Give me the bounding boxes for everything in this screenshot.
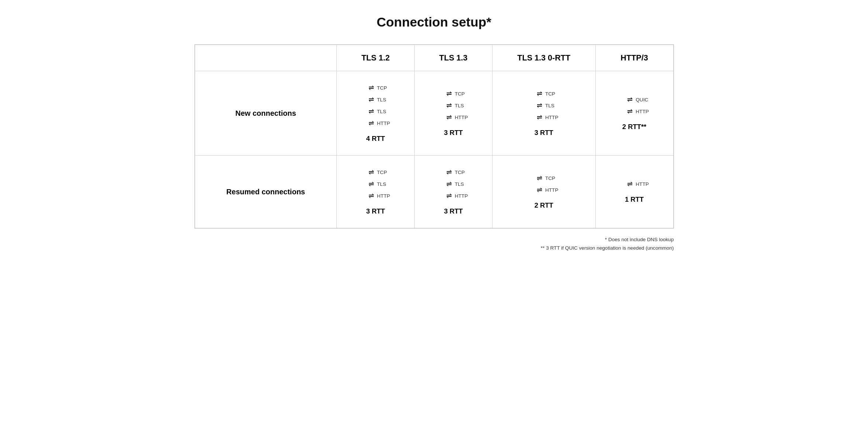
arrow-row-r1-c2-s0: ⇌TCP: [537, 174, 555, 182]
exchange-icon: ⇌: [627, 96, 633, 104]
exchange-icon: ⇌: [537, 90, 542, 98]
protocol-label: TLS: [455, 181, 464, 187]
protocol-label: HTTP: [455, 115, 468, 120]
exchange-icon: ⇌: [369, 119, 374, 127]
row-header-0: New connections: [195, 71, 337, 156]
arrow-row-r0-c0-s2: ⇌TLS: [369, 107, 386, 115]
protocol-label: HTTP: [377, 121, 390, 126]
col-header-tls12: TLS 1.2: [337, 45, 415, 71]
exchange-icon: ⇌: [369, 168, 374, 176]
exchange-icon: ⇌: [369, 180, 374, 188]
arrow-row-r1-c0-s0: ⇌TCP: [369, 168, 387, 176]
exchange-icon: ⇌: [537, 101, 542, 110]
arrow-row-r0-c0-s1: ⇌TLS: [369, 96, 386, 104]
protocol-label: HTTP: [545, 115, 559, 120]
protocol-label: TCP: [455, 91, 465, 97]
protocol-label: HTTP: [636, 109, 649, 114]
comparison-table: TLS 1.2 TLS 1.3 TLS 1.3 0-RTT HTTP/3 New…: [195, 45, 674, 228]
arrow-row-r0-c2-s0: ⇌TCP: [537, 90, 555, 98]
exchange-icon: ⇌: [446, 113, 452, 121]
rtt-label: 3 RTT: [444, 125, 463, 143]
table-row-0: New connections⇌TCP⇌TLS⇌TLS⇌HTTP4 RTT⇌TC…: [195, 71, 673, 156]
exchange-icon: ⇌: [446, 192, 452, 200]
col-header-tls13-0rtt: TLS 1.3 0-RTT: [492, 45, 595, 71]
cell-row0-col2: ⇌TCP⇌TLS⇌HTTP3 RTT: [492, 71, 595, 156]
arrow-row-r0-c3-s1: ⇌HTTP: [627, 107, 649, 115]
exchange-icon: ⇌: [369, 84, 374, 92]
protocol-label: HTTP: [545, 187, 559, 193]
col-header-empty: [195, 45, 337, 71]
comparison-table-wrapper: TLS 1.2 TLS 1.3 TLS 1.3 0-RTT HTTP/3 New…: [194, 44, 674, 229]
protocol-label: TCP: [455, 170, 465, 175]
protocol-label: TCP: [377, 85, 387, 91]
exchange-icon: ⇌: [446, 90, 452, 98]
protocol-label: HTTP: [636, 181, 649, 187]
cell-row1-col3: ⇌HTTP1 RTT: [595, 156, 673, 228]
protocol-label: TCP: [545, 176, 555, 181]
arrow-row-r1-c3-s0: ⇌HTTP: [627, 180, 649, 188]
arrow-row-r0-c1-s1: ⇌TLS: [446, 101, 464, 110]
protocol-label: QUIC: [636, 97, 648, 103]
cell-row1-col2: ⇌TCP⇌HTTP2 RTT: [492, 156, 595, 228]
rtt-label: 4 RTT: [366, 131, 385, 149]
rtt-label: 2 RTT**: [622, 119, 646, 138]
exchange-icon: ⇌: [627, 180, 633, 188]
arrow-row-r1-c1-s1: ⇌TLS: [446, 180, 464, 188]
protocol-label: TLS: [377, 181, 386, 187]
protocol-label: TCP: [545, 91, 555, 97]
protocol-label: TLS: [377, 97, 386, 103]
header-row: TLS 1.2 TLS 1.3 TLS 1.3 0-RTT HTTP/3: [195, 45, 673, 71]
arrow-row-r0-c0-s0: ⇌TCP: [369, 84, 387, 92]
arrow-row-r0-c2-s2: ⇌HTTP: [537, 113, 559, 121]
rtt-label: 3 RTT: [366, 204, 385, 222]
rtt-label: 2 RTT: [535, 198, 553, 216]
rtt-label: 1 RTT: [625, 192, 644, 210]
protocol-label: HTTP: [377, 193, 390, 199]
arrow-row-r1-c1-s2: ⇌HTTP: [446, 192, 468, 200]
exchange-icon: ⇌: [446, 101, 452, 110]
arrow-row-r0-c0-s3: ⇌HTTP: [369, 119, 390, 127]
col-header-http3: HTTP/3: [595, 45, 673, 71]
protocol-label: TCP: [377, 170, 387, 175]
row-header-1: Resumed connections: [195, 156, 337, 228]
arrow-row-r0-c3-s0: ⇌QUIC: [627, 96, 648, 104]
rtt-label: 3 RTT: [444, 204, 463, 222]
cell-row1-col1: ⇌TCP⇌TLS⇌HTTP3 RTT: [415, 156, 492, 228]
arrow-row-r1-c0-s2: ⇌HTTP: [369, 192, 390, 200]
table-row-1: Resumed connections⇌TCP⇌TLS⇌HTTP3 RTT⇌TC…: [195, 156, 673, 228]
exchange-icon: ⇌: [537, 113, 542, 121]
arrow-row-r0-c1-s2: ⇌HTTP: [446, 113, 468, 121]
protocol-label: HTTP: [455, 193, 468, 199]
exchange-icon: ⇌: [369, 192, 374, 200]
protocol-label: TLS: [455, 103, 464, 108]
rtt-label: 3 RTT: [535, 125, 553, 143]
arrow-row-r1-c1-s0: ⇌TCP: [446, 168, 465, 176]
cell-row0-col3: ⇌QUIC⇌HTTP2 RTT**: [595, 71, 673, 156]
footnotes: * Does not include DNS lookup** 3 RTT if…: [194, 235, 674, 252]
protocol-label: TLS: [377, 109, 386, 114]
cell-row1-col0: ⇌TCP⇌TLS⇌HTTP3 RTT: [337, 156, 415, 228]
exchange-icon: ⇌: [446, 168, 452, 176]
arrow-row-r0-c1-s0: ⇌TCP: [446, 90, 465, 98]
cell-row0-col0: ⇌TCP⇌TLS⇌TLS⇌HTTP4 RTT: [337, 71, 415, 156]
exchange-icon: ⇌: [537, 174, 542, 182]
exchange-icon: ⇌: [627, 107, 633, 115]
exchange-icon: ⇌: [369, 107, 374, 115]
arrow-row-r0-c2-s1: ⇌TLS: [537, 101, 554, 110]
col-header-tls13: TLS 1.3: [415, 45, 492, 71]
exchange-icon: ⇌: [446, 180, 452, 188]
arrow-row-r1-c0-s1: ⇌TLS: [369, 180, 386, 188]
exchange-icon: ⇌: [537, 186, 542, 194]
arrow-row-r1-c2-s1: ⇌HTTP: [537, 186, 559, 194]
protocol-label: TLS: [545, 103, 554, 108]
page-title: Connection setup*: [377, 15, 491, 29]
cell-row0-col1: ⇌TCP⇌TLS⇌HTTP3 RTT: [415, 71, 492, 156]
footnote-item: * Does not include DNS lookup: [194, 235, 674, 244]
exchange-icon: ⇌: [369, 96, 374, 104]
footnote-item: ** 3 RTT if QUIC version negotiation is …: [194, 244, 674, 252]
